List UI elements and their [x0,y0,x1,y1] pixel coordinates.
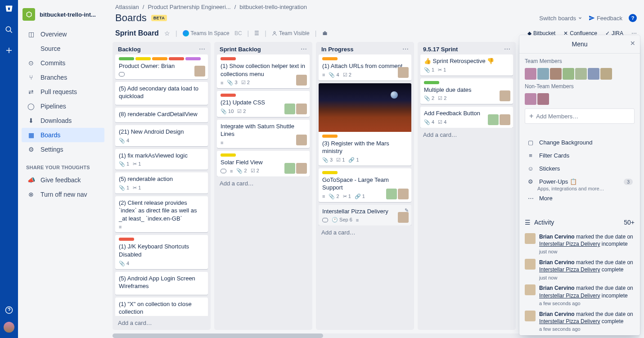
card-member-avatar[interactable] [500,114,510,125]
add-card[interactable]: Add a card… [418,128,516,142]
card[interactable]: (1) "X" on collection to close collectio… [115,297,208,316]
avatar[interactable] [588,68,599,80]
card-member-avatar[interactable] [296,104,307,114]
sidebar-item-source[interactable]: Source [22,41,104,56]
add-card[interactable]: Add a card… [113,316,211,330]
add-icon[interactable] [4,45,14,56]
card[interactable]: (1) fix markAsViewed logic📎 1✂ 1 [115,149,208,170]
card[interactable]: (1) Show collection helper text in colle… [217,54,310,88]
card[interactable]: (5) Android App Login Screen Wireframes [115,272,208,295]
crumb-2[interactable]: bitbucket-trello-integration [239,4,307,10]
board-name[interactable]: Sprint Board [115,29,159,37]
help-circle-icon[interactable]: ? [629,14,637,22]
card-member-avatar[interactable] [296,163,307,174]
avatar[interactable] [537,68,549,80]
sidebar-item-branches[interactable]: ⑂Branches [22,70,104,85]
visibility[interactable]: Team Visible [272,30,310,36]
card[interactable]: Integrate with Saturn Shuttle Lines≡ [217,120,310,148]
card[interactable]: (1) Attach URLs from comment≡📎 4☑ 2 [319,54,411,81]
card[interactable]: (21) New Android Design📎 4 [115,125,208,146]
column-menu-icon[interactable]: ⋯ [199,45,205,53]
edit-icon[interactable]: ✎ [405,207,409,213]
avatar[interactable] [563,68,574,80]
sidebar-item-overview[interactable]: ◫Overview [22,27,104,41]
avatar[interactable] [537,93,549,105]
bitbucket-logo-icon[interactable] [4,4,14,14]
avatar[interactable] [600,68,612,80]
card-member-avatar[interactable] [296,75,307,86]
card[interactable]: Multiple due dates📎 2☑ 2 [420,78,513,104]
sidebar-item-downloads[interactable]: ⬇Downloads [22,113,104,128]
card[interactable]: (8) renderable CardDetailView [115,108,208,123]
add-card[interactable]: Add a card… [214,176,312,190]
card[interactable]: (5) renderable action📎 1✂ 1 [115,172,208,194]
activity-avatar[interactable] [525,233,536,244]
card[interactable]: (2) Client release provides `index` as d… [115,196,208,233]
sidebar-item-turn-off-new-nav[interactable]: ⊗Turn off new nav [22,187,104,202]
briefcase-icon[interactable] [322,31,328,36]
list-view-icon[interactable]: ☰ [254,30,259,36]
card[interactable]: (1) J/K Keyboard Shortcuts Disabled📎 4 [115,235,208,269]
avatar[interactable] [550,68,562,80]
card[interactable]: (3) Register with the Mars ministry📎 3☑ … [319,83,411,166]
crumb-1[interactable]: Product Partnership Engineeri... [148,4,230,10]
menu-item-stickers[interactable]: ☺Stickers [525,162,635,175]
add-members-button[interactable]: +Add Members… [525,108,635,124]
star-icon[interactable]: ☆ [164,30,170,37]
card[interactable]: Interstellar Pizza Delivery🕐 Sep 6≡✎ [319,205,411,226]
card-member-avatar[interactable] [398,67,409,78]
user-avatar[interactable] [4,322,14,333]
activity-target-link[interactable]: Interstellar Pizza Delivery [539,318,600,324]
column-title[interactable]: In Progress [321,46,354,53]
card-member-avatar[interactable] [284,104,295,114]
search-icon[interactable] [4,24,14,35]
card[interactable]: Solar Field View≡📎 2☑ 2 [217,151,310,177]
avatar[interactable] [525,93,536,105]
card[interactable]: 👍 Sprint Retrospective 👎📎 1✂ 1 [420,54,513,76]
column-menu-icon[interactable]: ⋯ [402,45,409,53]
card-member-avatar[interactable] [296,135,307,145]
menu-item-filter-cards[interactable]: ≡Filter Cards [525,149,635,162]
menu-item-more[interactable]: ⋯More [525,192,635,204]
card-member-avatar[interactable] [194,66,205,77]
card-member-avatar[interactable] [398,212,409,223]
activity-avatar[interactable] [525,311,536,321]
card-member-avatar[interactable] [398,189,409,199]
project-header[interactable]: ⬡ bitbucket-trello-int... [18,5,108,27]
column-title[interactable]: Sprint Backlog [220,46,261,53]
avatar[interactable] [525,68,536,80]
sidebar-item-boards[interactable]: ▦Boards [22,128,104,142]
sidebar-item-pipelines[interactable]: ◯Pipelines [22,99,104,113]
sidebar-item-pull-requests[interactable]: ⇄Pull requests [22,85,104,99]
sidebar-item-give-feedback[interactable]: 📣Give feedback [22,173,104,187]
crumb-0[interactable]: Atlassian [115,4,139,10]
avatar[interactable] [575,68,587,80]
feedback-link[interactable]: Feedback [589,15,622,22]
activity-avatar[interactable] [525,284,536,295]
card[interactable]: Add Feedback Button📎 4☑ 4 [420,107,513,128]
card[interactable]: Product Owner: Brian [115,54,208,79]
activity-target-link[interactable]: Interstellar Pizza Delivery [539,241,600,247]
column-title[interactable]: 9.5.17 Sprint [423,46,458,53]
card[interactable]: (5) Add secondary data load to quickload [115,82,208,105]
card-member-avatar[interactable] [488,114,499,125]
menu-item-change-background[interactable]: ▢Change Background [525,136,635,149]
switch-boards[interactable]: Switch boards [539,15,582,22]
card-member-avatar[interactable] [284,163,295,174]
activity-target-link[interactable]: Interstellar Pizza Delivery [539,266,600,273]
close-icon[interactable]: ✕ [630,40,635,47]
sidebar-item-commits[interactable]: ⊙Commits [22,56,104,70]
team-label[interactable]: Teams In Space BC [183,30,242,36]
column-menu-icon[interactable]: ⋯ [504,45,510,53]
help-icon[interactable] [4,305,14,315]
card[interactable]: GoToSpace - Large Team Support≡📎 2✂ 1🔗 1 [319,168,411,202]
add-card[interactable]: Add a card… [316,225,414,239]
card[interactable]: (21) Update CSS📎 10☑ 2 [217,91,310,117]
sidebar-item-settings[interactable]: ⚙Settings [22,142,104,157]
column-menu-icon[interactable]: ⋯ [301,45,307,53]
activity-target-link[interactable]: Interstellar Pizza Delivery [539,293,600,299]
card-member-avatar[interactable] [500,90,510,101]
card-member-avatar[interactable] [386,189,397,199]
column-title[interactable]: Backlog [118,46,141,53]
activity-avatar[interactable] [525,259,536,270]
